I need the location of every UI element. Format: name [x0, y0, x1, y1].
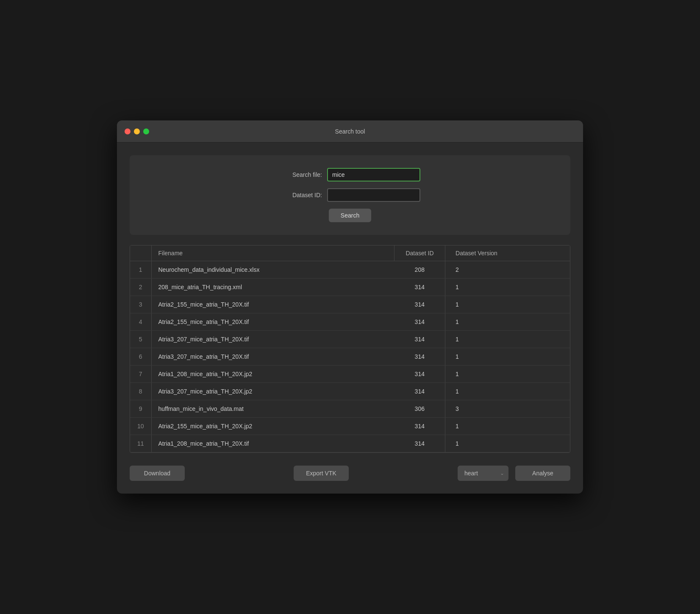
row-version: 1 — [445, 366, 570, 383]
analyse-button[interactable]: Analyse — [515, 466, 570, 481]
search-panel: Search file: Dataset ID: Search — [130, 155, 570, 235]
col-header-dataset-id: Dataset ID — [394, 246, 445, 261]
row-dataset-id: 314 — [394, 331, 445, 348]
row-filename: 208_mice_atria_TH_tracing.xml — [151, 279, 394, 296]
row-dataset-id: 314 — [394, 435, 445, 452]
table-row[interactable]: 2208_mice_atria_TH_tracing.xml3141 — [130, 279, 570, 296]
row-num: 2 — [130, 279, 151, 296]
row-num: 3 — [130, 296, 151, 313]
row-dataset-id: 314 — [394, 313, 445, 331]
row-version: 1 — [445, 279, 570, 296]
traffic-lights — [125, 128, 149, 134]
row-num: 10 — [130, 418, 151, 435]
row-dataset-id: 314 — [394, 279, 445, 296]
app-window: Search tool Search file: Dataset ID: Sea… — [117, 120, 583, 494]
row-filename: huffman_mice_in_vivo_data.mat — [151, 400, 394, 418]
table-header-row: Filename Dataset ID Dataset Version — [130, 246, 570, 261]
minimize-button[interactable] — [134, 128, 140, 134]
row-dataset-id: 306 — [394, 400, 445, 418]
row-version: 1 — [445, 418, 570, 435]
row-filename: Atria3_207_mice_atria_TH_20X.tif — [151, 348, 394, 366]
titlebar: Search tool — [117, 120, 583, 142]
row-dataset-id: 314 — [394, 366, 445, 383]
row-dataset-id: 208 — [394, 261, 445, 279]
row-version: 1 — [445, 348, 570, 366]
row-num: 8 — [130, 383, 151, 400]
table-row[interactable]: 5Atria3_207_mice_atria_TH_20X.tif3141 — [130, 331, 570, 348]
row-num: 1 — [130, 261, 151, 279]
table-row[interactable]: 6Atria3_207_mice_atria_TH_20X.tif3141 — [130, 348, 570, 366]
row-filename: Atria3_207_mice_atria_TH_20X.tif — [151, 331, 394, 348]
row-dataset-id: 314 — [394, 418, 445, 435]
row-dataset-id: 314 — [394, 296, 445, 313]
table-row[interactable]: 11Atria1_208_mice_atria_TH_20X.tif3141 — [130, 435, 570, 452]
row-dataset-id: 314 — [394, 348, 445, 366]
download-button[interactable]: Download — [130, 466, 185, 481]
row-filename: Atria2_155_mice_atria_TH_20X.tif — [151, 313, 394, 331]
row-filename: Atria3_207_mice_atria_TH_20X.jp2 — [151, 383, 394, 400]
results-table: Filename Dataset ID Dataset Version 1Neu… — [130, 246, 570, 452]
row-version: 1 — [445, 296, 570, 313]
window-title: Search tool — [335, 128, 365, 135]
bottom-bar: Download Export VTK heartbrainkidneylive… — [117, 466, 583, 494]
table-row[interactable]: 10Atria2_155_mice_atria_TH_20X.jp23141 — [130, 418, 570, 435]
row-num: 9 — [130, 400, 151, 418]
row-version: 1 — [445, 331, 570, 348]
table-row[interactable]: 3Atria2_155_mice_atria_TH_20X.tif3141 — [130, 296, 570, 313]
col-header-filename: Filename — [151, 246, 394, 261]
row-filename: Atria1_208_mice_atria_TH_20X.tif — [151, 435, 394, 452]
organ-dropdown-wrapper: heartbrainkidneyliver ⌄ — [458, 466, 508, 481]
row-filename: Atria1_208_mice_atria_TH_20X.jp2 — [151, 366, 394, 383]
dataset-id-label: Dataset ID: — [280, 192, 322, 198]
row-filename: Atria2_155_mice_atria_TH_20X.tif — [151, 296, 394, 313]
search-file-input[interactable] — [327, 168, 420, 181]
row-version: 3 — [445, 400, 570, 418]
table-row[interactable]: 1Neurochem_data_individual_mice.xlsx2082 — [130, 261, 570, 279]
col-header-num — [130, 246, 151, 261]
row-version: 1 — [445, 313, 570, 331]
row-version: 1 — [445, 383, 570, 400]
main-content: Search file: Dataset ID: Search Filename… — [117, 142, 583, 466]
search-file-row: Search file: — [147, 168, 553, 181]
bottom-right-controls: heartbrainkidneyliver ⌄ Analyse — [458, 466, 570, 481]
row-num: 11 — [130, 435, 151, 452]
row-num: 6 — [130, 348, 151, 366]
col-header-dataset-version: Dataset Version — [445, 246, 570, 261]
dataset-id-input[interactable] — [327, 188, 420, 202]
table-row[interactable]: 7Atria1_208_mice_atria_TH_20X.jp23141 — [130, 366, 570, 383]
row-dataset-id: 314 — [394, 383, 445, 400]
row-filename: Atria2_155_mice_atria_TH_20X.jp2 — [151, 418, 394, 435]
table-row[interactable]: 9huffman_mice_in_vivo_data.mat3063 — [130, 400, 570, 418]
organ-dropdown[interactable]: heartbrainkidneyliver — [458, 466, 508, 481]
row-num: 5 — [130, 331, 151, 348]
dataset-id-row: Dataset ID: — [147, 188, 553, 202]
search-button[interactable]: Search — [329, 209, 371, 222]
row-version: 2 — [445, 261, 570, 279]
close-button[interactable] — [125, 128, 131, 134]
search-file-label: Search file: — [280, 171, 322, 178]
export-vtk-button[interactable]: Export VTK — [294, 466, 349, 481]
results-table-wrapper: Filename Dataset ID Dataset Version 1Neu… — [130, 245, 570, 453]
row-version: 1 — [445, 435, 570, 452]
search-btn-row: Search — [147, 209, 553, 222]
row-filename: Neurochem_data_individual_mice.xlsx — [151, 261, 394, 279]
maximize-button[interactable] — [143, 128, 149, 134]
table-row[interactable]: 4Atria2_155_mice_atria_TH_20X.tif3141 — [130, 313, 570, 331]
row-num: 7 — [130, 366, 151, 383]
table-row[interactable]: 8Atria3_207_mice_atria_TH_20X.jp23141 — [130, 383, 570, 400]
row-num: 4 — [130, 313, 151, 331]
